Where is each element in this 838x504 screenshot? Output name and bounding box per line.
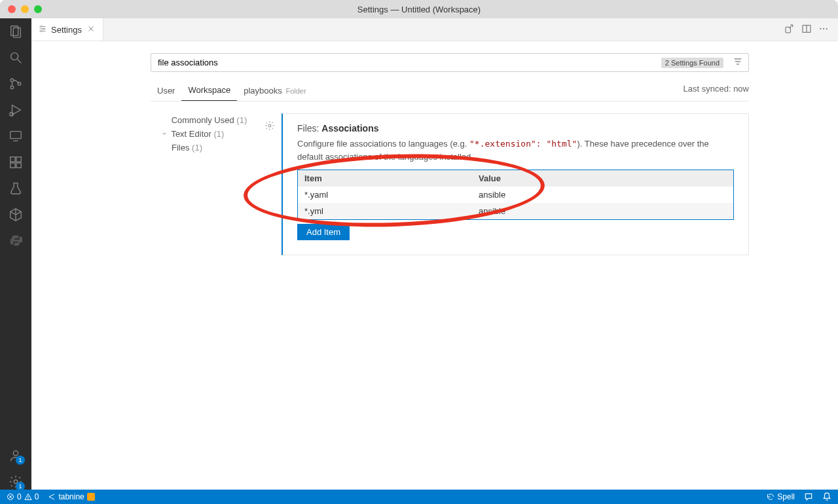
activity-bar: 1 1 — [0, 18, 31, 490]
svg-rect-12 — [16, 157, 21, 162]
table-row[interactable]: *.yml ansible — [298, 203, 733, 219]
svg-point-23 — [41, 30, 42, 31]
status-tabnine[interactable]: tabnine — [48, 492, 94, 501]
editor-area: Settings 2 Settings Found User Wo — [31, 18, 838, 490]
status-bar: 0 0 tabnine Spell — [0, 490, 838, 504]
split-editor-icon[interactable] — [801, 24, 812, 36]
settings-search-input[interactable] — [151, 54, 661, 71]
svg-rect-9 — [10, 132, 22, 139]
run-debug-icon[interactable] — [8, 102, 24, 118]
tab-label: Settings — [51, 25, 82, 35]
col-value: Value — [472, 170, 733, 187]
testing-icon[interactable] — [8, 181, 24, 196]
last-synced-label[interactable]: Last synced: now — [683, 84, 749, 99]
svg-rect-11 — [10, 157, 15, 162]
scope-workspace-tab[interactable]: Workspace — [181, 81, 237, 101]
svg-point-16 — [13, 451, 18, 456]
table-header: Item Value — [298, 170, 733, 187]
svg-point-40 — [27, 499, 28, 499]
tree-files[interactable]: Files (1) — [161, 141, 282, 154]
window-title: Settings — Untitled (Workspace) — [357, 5, 481, 14]
open-settings-json-icon[interactable] — [784, 24, 795, 36]
accounts-icon[interactable]: 1 — [8, 448, 24, 463]
more-actions-icon[interactable] — [818, 24, 829, 36]
status-problems[interactable]: 0 0 — [7, 492, 39, 501]
settings-content: 2 Settings Found User Workspace playbook… — [31, 41, 838, 490]
svg-rect-14 — [16, 163, 21, 168]
titlebar: Settings — Untitled (Workspace) — [0, 0, 838, 18]
minimize-window-button[interactable] — [21, 5, 29, 13]
main-area: 1 1 Settings 2 Settings — [0, 18, 838, 490]
remote-explorer-icon[interactable] — [8, 128, 24, 144]
status-feedback-icon[interactable] — [804, 492, 813, 501]
settings-tab-icon — [38, 24, 47, 35]
status-bell-icon[interactable] — [822, 492, 831, 501]
scope-folder-label: playbooks — [244, 86, 282, 96]
extensions-icon[interactable] — [8, 154, 24, 170]
tab-bar-actions — [784, 24, 838, 36]
setting-heading: Files: Associations — [297, 123, 734, 134]
setting-name-label: Associations — [321, 123, 378, 134]
close-window-button[interactable] — [8, 5, 16, 13]
svg-point-22 — [43, 27, 45, 29]
accounts-badge: 1 — [16, 456, 25, 465]
tabnine-logo-icon — [87, 493, 95, 501]
svg-point-21 — [41, 26, 42, 27]
tab-settings[interactable]: Settings — [31, 18, 103, 41]
source-control-icon[interactable] — [8, 76, 24, 92]
svg-point-30 — [823, 28, 824, 29]
svg-point-2 — [11, 53, 18, 60]
scope-user-tab[interactable]: User — [151, 82, 181, 101]
settings-tree: Commonly Used (1) Text Editor (1) Files … — [151, 113, 282, 255]
setting-description: Configure file associations to languages… — [297, 137, 734, 163]
chevron-down-icon — [161, 129, 169, 139]
add-item-button[interactable]: Add Item — [297, 224, 350, 240]
zoom-window-button[interactable] — [34, 5, 42, 13]
setting-group-label: Files: — [297, 123, 319, 134]
svg-point-35 — [268, 124, 271, 127]
window-controls — [0, 5, 42, 13]
settings-scope-row: User Workspace playbooks Folder Last syn… — [151, 81, 749, 101]
manage-badge: 1 — [16, 482, 25, 491]
svg-line-3 — [18, 60, 22, 63]
close-tab-icon[interactable] — [86, 24, 96, 36]
setting-panel: Files: Associations Configure file assoc… — [282, 113, 749, 255]
svg-point-5 — [10, 86, 14, 89]
scope-folder-tab[interactable]: playbooks Folder — [237, 82, 312, 101]
tree-commonly-used[interactable]: Commonly Used (1) — [161, 113, 282, 127]
svg-point-31 — [826, 28, 828, 29]
manage-gear-icon[interactable]: 1 — [8, 474, 24, 490]
setting-desc-code: "*.extension": "html" — [469, 139, 577, 149]
settings-body: Commonly Used (1) Text Editor (1) Files … — [31, 113, 838, 255]
col-item: Item — [298, 170, 472, 187]
cube-icon[interactable] — [8, 207, 24, 223]
app-window: Settings — Untitled (Workspace) 1 1 Sett… — [0, 0, 838, 504]
setting-gear-icon[interactable] — [264, 120, 275, 133]
settings-filter-icon[interactable] — [727, 56, 748, 69]
settings-search-row: 2 Settings Found — [151, 53, 749, 72]
tree-text-editor[interactable]: Text Editor (1) — [161, 127, 282, 141]
table-row[interactable]: *.yaml ansible — [298, 187, 733, 203]
tab-bar: Settings — [31, 18, 838, 41]
status-spell[interactable]: Spell — [767, 492, 795, 501]
settings-found-badge: 2 Settings Found — [661, 58, 723, 68]
svg-point-29 — [820, 28, 821, 29]
svg-point-4 — [10, 79, 14, 82]
scope-folder-sublabel: Folder — [285, 87, 306, 95]
svg-rect-13 — [10, 163, 15, 168]
search-icon[interactable] — [8, 50, 24, 65]
associations-table: Item Value *.yaml ansible *.yml ansible — [297, 170, 734, 220]
explorer-icon[interactable] — [8, 24, 24, 39]
python-icon[interactable] — [8, 233, 24, 249]
